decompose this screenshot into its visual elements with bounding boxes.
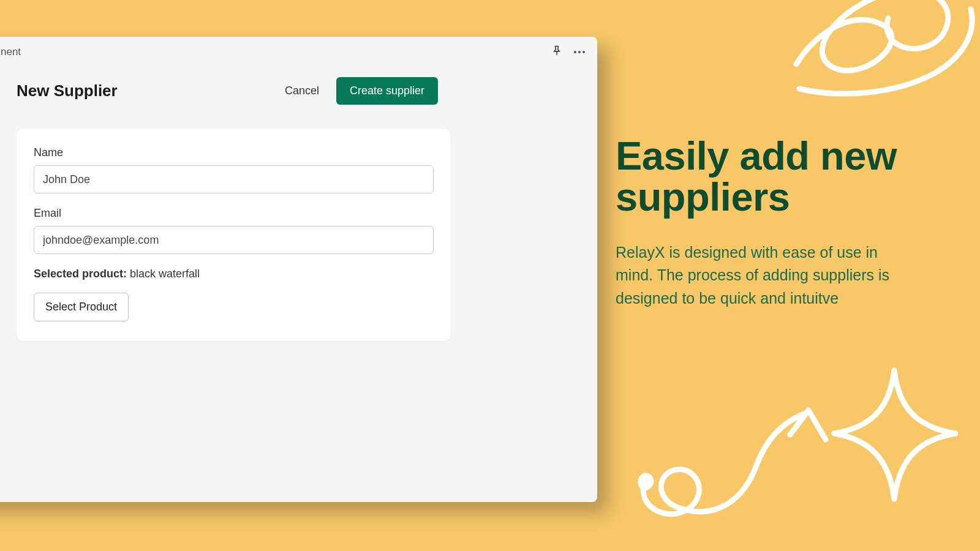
supplier-form-card: Name Email Selected product: black water… [17, 129, 451, 341]
marketing-body: RelayX is designed with ease of use in m… [616, 241, 891, 310]
app-window: nent New Supplier Cancel Create supplier… [0, 37, 597, 502]
header-icons [551, 45, 585, 60]
page-header: New Supplier Cancel Create supplier [17, 77, 554, 105]
more-icon[interactable] [574, 51, 585, 53]
decorative-sparkle [827, 361, 962, 523]
name-label: Name [34, 146, 434, 159]
page-content: New Supplier Cancel Create supplier Name… [0, 67, 597, 341]
selected-product-label: Selected product: [34, 268, 127, 280]
pin-icon[interactable] [551, 45, 563, 60]
breadcrumb-fragment: nent [1, 46, 21, 58]
marketing-panel: Easily add new suppliers RelayX is desig… [616, 136, 910, 310]
app-header: nent [0, 37, 597, 67]
decorative-arrow [637, 392, 845, 541]
select-product-button[interactable]: Select Product [34, 293, 129, 321]
email-label: Email [34, 207, 434, 220]
page-actions: Cancel Create supplier [285, 77, 438, 105]
selected-product-line: Selected product: black waterfall [34, 268, 434, 280]
email-field-group: Email [34, 207, 434, 254]
cancel-button[interactable]: Cancel [285, 84, 319, 97]
selected-product-value: black waterfall [127, 268, 200, 280]
marketing-heading: Easily add new suppliers [616, 136, 910, 218]
name-input[interactable] [34, 165, 434, 193]
email-input[interactable] [34, 226, 434, 254]
name-field-group: Name [34, 146, 434, 193]
decorative-swirl-top [790, 0, 980, 113]
page-title: New Supplier [17, 81, 118, 100]
create-supplier-button[interactable]: Create supplier [336, 77, 438, 105]
